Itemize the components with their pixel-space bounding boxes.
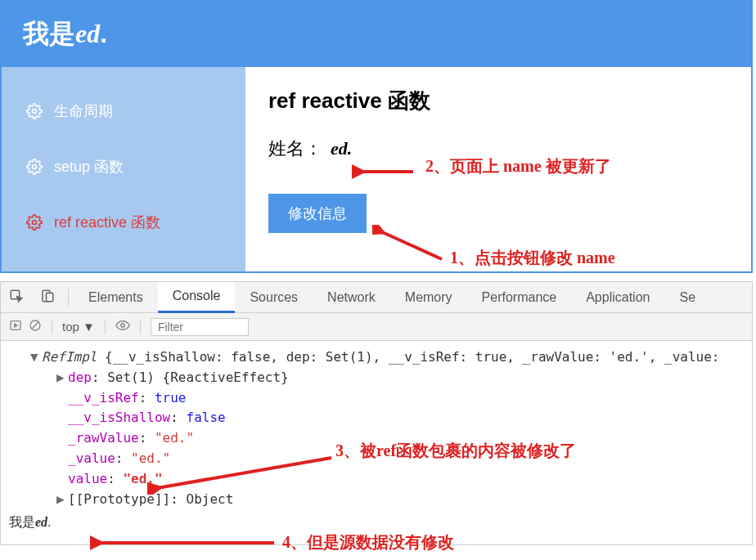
tab-label: Elements: [88, 290, 143, 305]
prop-key: _rawValue: [68, 430, 139, 446]
header-italic: ed: [75, 19, 100, 48]
summary-props: {__v_isShallow: false, dep: Set(1), __v_…: [105, 349, 719, 365]
tab-memory[interactable]: Memory: [390, 282, 467, 313]
prop-value: "ed.": [131, 450, 170, 466]
sidebar-item-setup[interactable]: setup 函数: [2, 139, 245, 195]
app-body: 生命周期 setup 函数 ref reactive 函数 ref reacti…: [2, 67, 751, 271]
sidebar-item-ref-reactive[interactable]: ref reactive 函数: [2, 195, 245, 250]
log-suffix: .: [47, 515, 51, 529]
caret-right-icon: ▶: [56, 490, 68, 510]
devtools-tabbar: Elements Console Sources Network Memory …: [1, 282, 752, 313]
prop-key: __v_isShallow: [68, 410, 170, 425]
separator: [52, 320, 52, 334]
gear-icon: [26, 214, 43, 231]
svg-rect-7: [47, 293, 53, 302]
app-window: 我是ed. 生命周期 setup 函数 ref reactive 函数 ref …: [0, 0, 753, 273]
tab-performance[interactable]: Performance: [467, 282, 572, 313]
prop-value: Set(1) {ReactiveEffect}: [107, 370, 289, 385]
console-prop-row: __v_isShallow: false: [9, 408, 744, 428]
eye-icon[interactable]: [115, 318, 130, 335]
prop-key: value: [68, 471, 107, 486]
gear-icon: [26, 159, 43, 175]
devtools-panel: Elements Console Sources Network Memory …: [0, 281, 753, 545]
edit-info-button[interactable]: 修改信息: [268, 194, 367, 233]
annotation-3: 3、被ref函数包裹的内容被修改了: [335, 440, 576, 462]
tab-label: Performance: [482, 290, 557, 305]
filter-input[interactable]: [151, 318, 249, 336]
annotation-4: 4、但是源数据没有修改: [282, 531, 454, 553]
scope-label: top: [62, 320, 79, 334]
tab-network[interactable]: Network: [313, 282, 390, 313]
console-prop-row: __v_isRef: true: [9, 388, 744, 409]
prop-value: "ed.": [155, 430, 194, 446]
console-prop-row[interactable]: ▶[[Prototype]]: Object: [9, 490, 744, 510]
play-icon[interactable]: [9, 319, 22, 334]
sidebar-item-lifecycle[interactable]: 生命周期: [2, 83, 245, 139]
caret-down-icon: ▼: [30, 347, 42, 368]
tab-label: Application: [586, 290, 650, 305]
sidebar-item-label: ref reactive 函数: [54, 213, 160, 232]
header-suffix: .: [100, 19, 107, 48]
svg-line-10: [32, 322, 38, 329]
tab-elements[interactable]: Elements: [74, 282, 158, 313]
console-prop-row[interactable]: ▶dep: Set(1) {ReactiveEffect}: [9, 368, 744, 388]
separator: [68, 289, 69, 307]
tab-label: Se: [679, 290, 695, 305]
prop-key: [[Prototype]]: [68, 491, 170, 507]
prop-key: _value: [68, 450, 115, 466]
sidebar-item-label: 生命周期: [54, 101, 113, 121]
console-object-summary[interactable]: ▼RefImpl {__v_isShallow: false, dep: Set…: [9, 347, 744, 368]
tab-label: Sources: [250, 290, 298, 305]
tab-sources[interactable]: Sources: [235, 282, 313, 313]
log-prefix: 我是: [9, 515, 35, 529]
prop-value: "ed.": [123, 471, 162, 486]
svg-point-1: [33, 165, 37, 169]
annotation-1: 1、点击按钮修改 name: [450, 247, 615, 269]
tab-label: Memory: [405, 290, 452, 305]
svg-point-0: [33, 110, 37, 114]
caret-right-icon: ▶: [56, 368, 68, 388]
sidebar: 生命周期 setup 函数 ref reactive 函数: [2, 67, 245, 271]
svg-point-11: [121, 324, 125, 328]
inspect-icon[interactable]: [1, 289, 32, 307]
tab-label: Console: [173, 289, 221, 303]
name-label: 姓名：: [268, 137, 322, 161]
console-prop-row: value: "ed.": [9, 469, 744, 490]
class-name: RefImpl: [42, 349, 97, 365]
device-toggle-icon[interactable]: [32, 289, 63, 307]
console-toolbar: top ▼: [1, 313, 752, 341]
prop-value: Object: [187, 491, 234, 507]
console-log-line: 我是ed.: [9, 513, 744, 533]
gear-icon: [26, 103, 43, 119]
tab-console[interactable]: Console: [158, 282, 236, 313]
tab-application[interactable]: Application: [571, 282, 664, 313]
sidebar-item-label: setup 函数: [54, 157, 124, 177]
log-italic: ed: [35, 515, 47, 529]
header-prefix: 我是: [23, 19, 75, 48]
scope-selector[interactable]: top ▼: [62, 320, 95, 334]
prop-value: false: [187, 410, 226, 425]
prop-key: __v_isRef: [68, 390, 139, 405]
name-value: ed.: [331, 138, 352, 159]
prop-key: dep: [68, 370, 92, 385]
separator: [105, 320, 106, 334]
tab-label: Network: [327, 290, 376, 305]
annotation-2: 2、页面上 name 被更新了: [425, 155, 611, 177]
svg-point-2: [33, 221, 37, 225]
app-header: 我是ed.: [2, 2, 751, 67]
prop-value: true: [155, 390, 187, 405]
clear-console-icon[interactable]: [29, 319, 42, 334]
tab-security[interactable]: Se: [664, 282, 710, 313]
page-title: ref reactive 函数: [268, 87, 728, 115]
separator: [140, 320, 141, 334]
